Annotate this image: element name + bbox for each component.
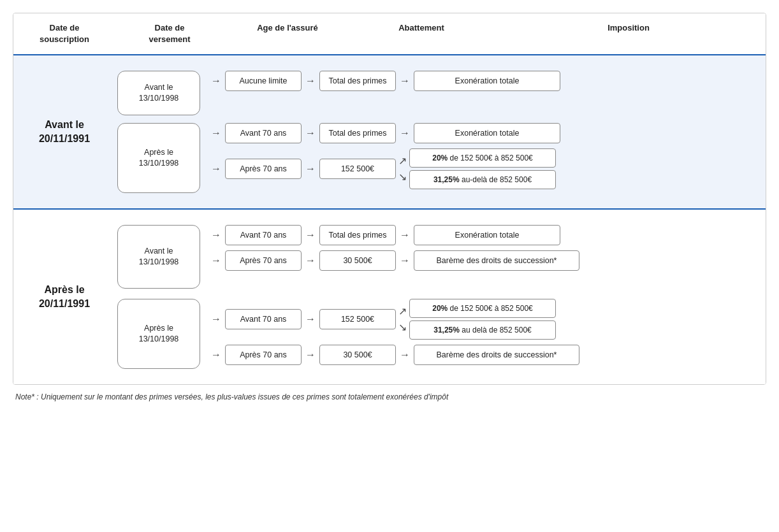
abattement-box-apres-1-0: Total des primes bbox=[319, 225, 396, 245]
imposition-box-apres-1-0: Exonération totale bbox=[414, 225, 560, 245]
rows-col-avant-1: → Aucune limite → Total des primes → Exo… bbox=[207, 71, 766, 115]
arrow-13: → bbox=[211, 255, 221, 266]
arrow-14: → bbox=[305, 255, 316, 266]
arrow-6: → bbox=[400, 127, 410, 139]
footnote: Note* : Uniquement sur le montant des pr… bbox=[13, 392, 766, 401]
flow-row-apres-1-1: → Après 70 ans → 30 500€ → Barème des dr… bbox=[207, 250, 766, 271]
flow-row-apres-2-0: → Avant 70 ans → 152 500€ ↗ ↘ bbox=[207, 299, 766, 340]
age-box-apres-1-0: Avant 70 ans bbox=[225, 225, 302, 245]
imposition-box-apres-1-1: Barème des droits de succession* bbox=[414, 250, 579, 271]
date-group-apres-2: Après le 13/10/1998 → Avant 70 ans → 152… bbox=[115, 299, 766, 369]
imposition-split-apres-2: 31,25% au delà de 852 500€ bbox=[409, 320, 556, 340]
rows-col-apres-1: → Avant 70 ans → Total des primes → Exon… bbox=[207, 225, 766, 289]
abattement-box-apres-1-1: 30 500€ bbox=[319, 250, 396, 271]
flow-row-apres-2-1: → Après 70 ans → 30 500€ → Barème des dr… bbox=[207, 345, 766, 365]
flow-row-avant-1-0: → Aucune limite → Total des primes → Exo… bbox=[207, 71, 766, 91]
header-age: Age de l'assuré bbox=[224, 20, 351, 48]
arrow-20: → bbox=[305, 349, 316, 361]
arrow-1: → bbox=[211, 75, 221, 87]
age-box-apres-2-0: Avant 70 ans bbox=[225, 309, 302, 329]
age-box-apres-2-1: Après 70 ans bbox=[225, 345, 302, 365]
abattement-box-avant-1-0: Total des primes bbox=[319, 71, 396, 91]
arrow-18: ↗ ↘ bbox=[398, 305, 407, 333]
header-imposition: Imposition bbox=[491, 20, 766, 48]
date-col-avant-1: Avant le 13/10/1998 bbox=[115, 71, 205, 115]
imposition-box-avant-1-0: Exonération totale bbox=[414, 71, 560, 91]
date-group-avant-2: Après le 13/10/1998 → Avant 70 ans → Tot… bbox=[115, 123, 766, 193]
arrow-10: → bbox=[211, 229, 221, 241]
abattement-box-avant-2-0: Total des primes bbox=[319, 123, 396, 143]
arrow-16: → bbox=[211, 313, 221, 325]
date-col-apres-2: Après le 13/10/1998 bbox=[115, 299, 205, 369]
date-box-apres-2: Après le 13/10/1998 bbox=[117, 299, 200, 369]
date-col-apres-1: Avant le 13/10/1998 bbox=[115, 225, 205, 289]
abattement-box-apres-2-0: 152 500€ bbox=[319, 309, 396, 329]
age-box-avant-2-0: Avant 70 ans bbox=[225, 123, 302, 143]
arrow-12: → bbox=[400, 229, 410, 241]
rows-col-apres-2: → Avant 70 ans → 152 500€ ↗ ↘ bbox=[207, 299, 766, 369]
abattement-box-apres-2-1: 30 500€ bbox=[319, 345, 396, 365]
arrow-21: → bbox=[400, 349, 410, 361]
arrow-4: → bbox=[211, 127, 221, 139]
age-box-apres-1-1: Après 70 ans bbox=[225, 250, 302, 271]
age-box-avant-2-1: Après 70 ans bbox=[225, 159, 302, 179]
section-avant: Avant le 20/11/1991 Avant le 13/10/1998 … bbox=[13, 55, 766, 210]
arrow-5: → bbox=[305, 127, 316, 139]
imposition-box-apres-2-1: Barème des droits de succession* bbox=[414, 345, 579, 365]
date-group-avant-1: Avant le 13/10/1998 → Aucune limite → To… bbox=[115, 71, 766, 115]
table-header: Date desouscription Date deversement Age… bbox=[13, 13, 766, 55]
rows-col-avant-2: → Avant 70 ans → Total des primes → Exon… bbox=[207, 123, 766, 193]
flow-row-avant-2-0: → Avant 70 ans → Total des primes → Exon… bbox=[207, 123, 766, 143]
arrow-17: → bbox=[305, 313, 316, 325]
arrow-3: → bbox=[400, 75, 410, 87]
header-versement: Date deversement bbox=[115, 20, 224, 48]
date-box-avant-2: Après le 13/10/1998 bbox=[117, 123, 200, 193]
age-box-avant-1-0: Aucune limite bbox=[225, 71, 302, 91]
flow-row-apres-1-0: → Avant 70 ans → Total des primes → Exon… bbox=[207, 225, 766, 245]
header-abattement: Abattement bbox=[351, 20, 491, 48]
arrow-19: → bbox=[211, 349, 221, 361]
section-label-apres: Après le 20/11/1991 bbox=[13, 210, 115, 384]
arrow-2: → bbox=[305, 75, 316, 87]
imposition-box-avant-2-0: Exonération totale bbox=[414, 123, 560, 143]
imposition-split-apres-1: 20% de 152 500€ à 852 500€ bbox=[409, 299, 556, 318]
imposition-split-2: 31,25% au-delà de 852 500€ bbox=[409, 170, 556, 189]
imposition-split-avant-2-1: 20% de 152 500€ à 852 500€ 31,25% au-del… bbox=[409, 148, 556, 189]
arrow-9: ↗ ↘ bbox=[398, 155, 407, 183]
main-table: Date desouscription Date deversement Age… bbox=[13, 13, 766, 385]
section-content-avant: Avant le 13/10/1998 → Aucune limite → To… bbox=[115, 55, 766, 208]
arrow-11: → bbox=[305, 229, 316, 241]
header-souscription: Date desouscription bbox=[13, 20, 115, 48]
date-group-apres-1: Avant le 13/10/1998 → Avant 70 ans → Tot… bbox=[115, 225, 766, 289]
section-label-avant: Avant le 20/11/1991 bbox=[13, 55, 115, 208]
abattement-box-avant-2-1: 152 500€ bbox=[319, 159, 396, 179]
flow-row-avant-2-1: → Après 70 ans → 152 500€ ↗ ↘ bbox=[207, 148, 766, 189]
date-col-avant-2: Après le 13/10/1998 bbox=[115, 123, 205, 193]
imposition-split-1: 20% de 152 500€ à 852 500€ bbox=[409, 148, 556, 168]
arrow-8: → bbox=[305, 163, 316, 175]
imposition-split-apres-2-0: 20% de 152 500€ à 852 500€ 31,25% au del… bbox=[409, 299, 556, 340]
section-content-apres: Avant le 13/10/1998 → Avant 70 ans → Tot… bbox=[115, 210, 766, 384]
section-apres: Après le 20/11/1991 Avant le 13/10/1998 … bbox=[13, 210, 766, 384]
arrow-15: → bbox=[400, 255, 410, 266]
arrow-7: → bbox=[211, 163, 221, 175]
date-box-avant-1-0: Avant le 13/10/1998 bbox=[117, 71, 200, 115]
date-box-apres-1: Avant le 13/10/1998 bbox=[117, 225, 200, 289]
